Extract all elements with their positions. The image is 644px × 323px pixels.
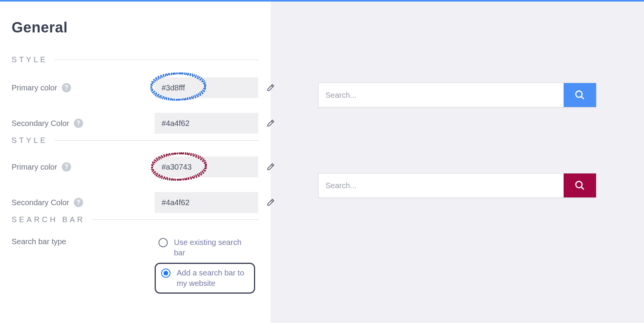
divider — [55, 140, 259, 141]
secondary-color-input-wrap-2 — [155, 192, 258, 213]
section-label: STYLE — [12, 55, 48, 64]
secondary-color-label-2: Secondary Color ? — [12, 198, 155, 207]
radio-add-search-bar[interactable]: Add a search bar to my website — [155, 263, 255, 294]
secondary-color-input-wrap-1 — [155, 113, 258, 134]
field-label-text: Primary color — [12, 163, 57, 172]
radio-icon — [161, 269, 170, 278]
section-heading-style-1: STYLE — [12, 55, 259, 64]
eyedropper-icon[interactable] — [266, 77, 275, 98]
section-heading-searchbar: SEARCH BAR — [12, 215, 259, 224]
field-label-text: Secondary Color — [12, 119, 69, 128]
secondary-color-row-1: Secondary Color ? — [12, 113, 259, 134]
secondary-color-row-2: Secondary Color ? — [12, 192, 259, 213]
search-icon — [574, 90, 585, 100]
preview-search-input-1[interactable] — [319, 83, 564, 107]
main-layout: General STYLE Primary color ? — [0, 2, 644, 323]
radio-use-existing[interactable]: Use existing search bar — [155, 235, 255, 260]
search-bar-type-radio-group: Use existing search bar Add a search bar… — [155, 234, 255, 294]
svg-point-6 — [576, 182, 582, 188]
help-icon[interactable]: ? — [74, 198, 83, 207]
divider — [55, 60, 259, 60]
preview-search-1 — [318, 83, 596, 107]
eyedropper-icon[interactable] — [266, 156, 275, 177]
page-title: General — [12, 19, 259, 36]
svg-line-5 — [581, 97, 584, 99]
secondary-color-label-1: Secondary Color ? — [12, 119, 155, 128]
section-heading-style-2: STYLE — [12, 136, 259, 145]
primary-color-row-1: Primary color ? — [12, 77, 259, 98]
divider — [92, 219, 259, 220]
help-icon[interactable]: ? — [74, 119, 83, 128]
preview-search-button-2[interactable] — [564, 173, 596, 197]
radio-label: Use existing search bar — [174, 237, 251, 258]
section-label: STYLE — [12, 136, 48, 145]
config-panel: General STYLE Primary color ? — [0, 2, 271, 323]
primary-color-input-2[interactable] — [155, 156, 266, 177]
search-bar-type-label: Search bar type — [12, 234, 155, 246]
field-label-text: Search bar type — [12, 237, 66, 246]
svg-line-7 — [581, 187, 584, 190]
field-label-text: Secondary Color — [12, 198, 69, 207]
primary-color-input-1[interactable] — [155, 77, 266, 98]
radio-label: Add a search bar to my website — [177, 268, 249, 289]
help-icon[interactable]: ? — [62, 162, 71, 172]
field-label-text: Primary color — [12, 83, 57, 92]
primary-color-input-wrap-1 — [155, 77, 258, 98]
eyedropper-icon[interactable] — [266, 192, 275, 213]
help-icon[interactable]: ? — [62, 83, 71, 92]
preview-search-2 — [318, 173, 596, 198]
preview-search-button-1[interactable] — [564, 83, 596, 107]
primary-color-label-2: Primary color ? — [12, 162, 155, 172]
primary-color-input-wrap-2 — [155, 156, 258, 177]
preview-search-input-2[interactable] — [319, 173, 564, 197]
svg-point-4 — [576, 91, 582, 97]
primary-color-label-1: Primary color ? — [12, 83, 155, 92]
secondary-color-input-2[interactable] — [155, 192, 266, 213]
search-icon — [574, 180, 585, 191]
search-bar-type-row: Search bar type Use existing search bar … — [12, 234, 259, 294]
section-label: SEARCH BAR — [12, 215, 85, 224]
primary-color-row-2: Primary color ? — [12, 156, 259, 177]
radio-icon — [158, 238, 168, 247]
secondary-color-input-1[interactable] — [155, 113, 266, 134]
preview-panel — [271, 2, 644, 323]
eyedropper-icon[interactable] — [266, 113, 275, 134]
